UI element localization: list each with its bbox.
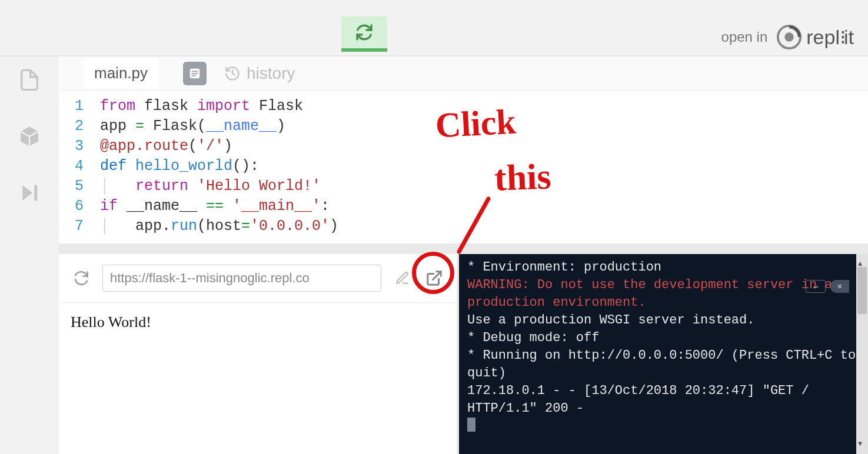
- code-line[interactable]: 5│ return 'Hello World!': [59, 176, 868, 196]
- console-line: * Debug mode: off: [467, 329, 860, 347]
- bottom-panes: Hello World! * Environment: production W…: [59, 243, 868, 454]
- console-close-icon[interactable]: ✕: [830, 280, 849, 293]
- history-icon: [224, 65, 241, 82]
- code-line[interactable]: 6if __name__ == '__main__':: [59, 196, 868, 216]
- console-scrollbar[interactable]: ▲ ▼: [856, 254, 868, 454]
- open-external-icon[interactable]: [424, 268, 445, 289]
- console-enter-indicator: ↵: [806, 280, 826, 293]
- doc-toggle-icon[interactable]: [183, 62, 207, 85]
- files-icon[interactable]: [18, 68, 41, 92]
- code-content[interactable]: │ app.run(host='0.0.0.0'): [100, 216, 338, 236]
- console-line: * Environment: production: [467, 259, 860, 276]
- svg-rect-4: [192, 71, 198, 72]
- open-in-replit-link[interactable]: open in repl⁝it: [721, 24, 854, 51]
- edit-url-icon[interactable]: [392, 268, 413, 289]
- svg-point-1: [785, 32, 794, 41]
- code-line[interactable]: 1from flask import Flask: [59, 96, 868, 116]
- line-number: 4: [59, 156, 100, 176]
- line-number: 3: [59, 136, 100, 156]
- package-icon[interactable]: [18, 125, 41, 148]
- preview-pane: Hello World!: [59, 254, 459, 454]
- code-content[interactable]: @app.route('/'): [100, 136, 232, 156]
- preview-body: Hello World!: [59, 303, 457, 342]
- console-cursor: [467, 418, 475, 432]
- history-tab[interactable]: history: [224, 64, 295, 83]
- line-number: 6: [59, 196, 100, 216]
- tab-file[interactable]: main.py: [84, 58, 158, 88]
- code-content[interactable]: from flask import Flask: [100, 96, 303, 116]
- scrollbar-thumb[interactable]: [857, 267, 867, 314]
- brand-logo: repl⁝it: [776, 24, 854, 51]
- code-line[interactable]: 7│ app.run(host='0.0.0.0'): [59, 216, 868, 236]
- code-content[interactable]: if __name__ == '__main__':: [100, 196, 330, 216]
- code-editor[interactable]: 1from flask import Flask2app = Flask(__n…: [59, 91, 868, 243]
- svg-rect-2: [34, 185, 37, 201]
- code-line[interactable]: 3@app.route('/'): [59, 136, 868, 156]
- preview-url-input[interactable]: [102, 265, 381, 292]
- replit-logo-icon: [776, 24, 803, 51]
- line-number: 1: [59, 96, 100, 116]
- open-in-label: open in: [721, 29, 768, 45]
- code-content[interactable]: def hello_world():: [100, 156, 259, 176]
- skip-run-icon[interactable]: [18, 181, 41, 205]
- console-line: WARNING: Do not use the development serv…: [467, 276, 860, 312]
- console-pane[interactable]: * Environment: production WARNING: Do no…: [459, 254, 868, 454]
- svg-rect-5: [192, 73, 198, 74]
- console-line: 172.18.0.1 - - [13/Oct/2018 20:32:47] "G…: [467, 382, 860, 418]
- tab-bar: main.py history: [59, 56, 868, 91]
- code-line[interactable]: 2app = Flask(__name__): [59, 116, 868, 136]
- code-content[interactable]: │ return 'Hello World!': [100, 176, 321, 196]
- history-label: history: [247, 64, 295, 83]
- code-content[interactable]: app = Flask(__name__): [100, 116, 285, 136]
- svg-rect-6: [192, 75, 196, 76]
- code-line[interactable]: 4def hello_world():: [59, 156, 868, 176]
- work-area: main.py history 1from flask import Flask…: [59, 56, 868, 454]
- line-number: 5: [59, 176, 100, 196]
- run-button[interactable]: [341, 16, 387, 52]
- top-bar: open in repl⁝it: [0, 0, 868, 56]
- refresh-icon: [355, 23, 374, 42]
- left-sidebar: [0, 56, 59, 454]
- console-line: Use a production WSGI server instead.: [467, 312, 860, 329]
- line-number: 7: [59, 216, 100, 236]
- console-line: * Running on http://0.0.0.0:5000/ (Press…: [467, 347, 860, 382]
- preview-address-bar: [59, 254, 457, 303]
- reload-icon[interactable]: [71, 268, 92, 289]
- line-number: 2: [59, 116, 100, 136]
